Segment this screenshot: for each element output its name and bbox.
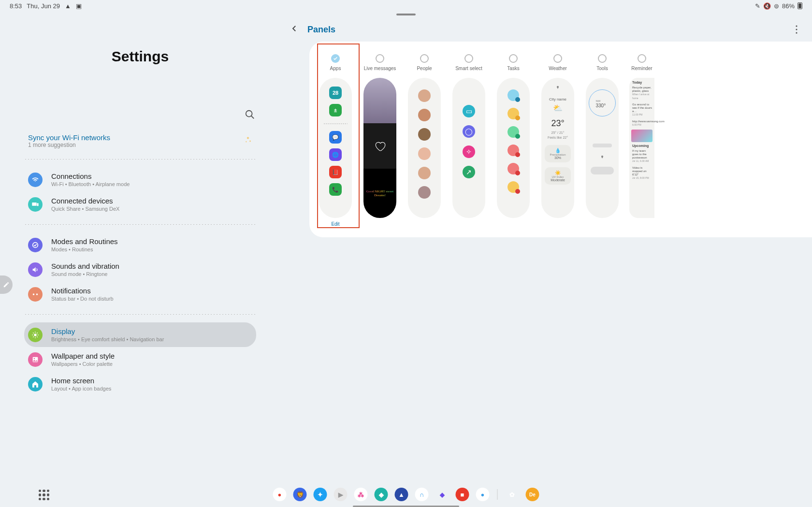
grey-bar — [593, 144, 612, 147]
people-preview — [408, 78, 441, 218]
more-button[interactable] — [791, 24, 802, 35]
settings-list: Settings Sync your Wi-Fi networks 1 more… — [24, 48, 256, 396]
warning-icon: ▲ — [65, 3, 71, 9]
separator — [24, 224, 256, 225]
panel-live-messages[interactable]: Live messages Good NIGHT sweet Dreams! — [363, 51, 396, 228]
radio-reminder[interactable] — [638, 54, 646, 63]
svg-point-7 — [34, 333, 36, 336]
drag-handle[interactable] — [396, 14, 416, 15]
chevron-left-icon — [290, 24, 299, 33]
dock-app[interactable]: ⁂ — [354, 488, 368, 501]
settings-item-display[interactable]: Display Brightness • Eye comfort shield … — [24, 322, 256, 347]
panels-card: Apps 28±💬🌐📕📞Edit Live messages Good NIGH… — [309, 42, 812, 237]
status-time: 8:53 — [10, 2, 22, 10]
wifi-icon: ⊚ — [774, 3, 779, 9]
task-icon — [508, 145, 519, 156]
radio-smartselect[interactable] — [464, 54, 473, 63]
settings-item-wallpaper-and-style[interactable]: Wallpaper and style Wallpapers • Color p… — [24, 347, 256, 372]
reminder-item: Video is stopped on 6'12"Jul 15, 8:00 PM — [632, 166, 652, 180]
radio-livemsg[interactable] — [376, 54, 384, 63]
dock-app[interactable]: ● — [273, 488, 287, 501]
avatar — [418, 89, 431, 102]
settings-item-connected-devices[interactable]: Connected devices Quick Share • Samsung … — [24, 192, 256, 217]
livemsg-preview: Good NIGHT sweet Dreams! — [363, 78, 396, 218]
settings-item-sub: Wi-Fi • Bluetooth • Airplane mode — [51, 181, 130, 187]
panel-weather[interactable]: Weather City name ⛅ 23° 25° / 21° Feels … — [541, 51, 574, 228]
dock-app[interactable]: ✿ — [506, 488, 519, 501]
settings-item-icon — [28, 287, 43, 302]
weather-sub: 25° / 21° Feels like 22° — [548, 130, 568, 140]
task-icon — [508, 181, 519, 193]
back-button[interactable] — [290, 24, 299, 35]
panel-apps[interactable]: Apps 28±💬🌐📕📞Edit — [319, 51, 352, 228]
panel-reminder[interactable]: Reminder Today Recycle paper, plastic, g… — [630, 51, 653, 228]
search-icon — [245, 109, 255, 120]
dock-app[interactable]: ✦ — [314, 488, 327, 501]
svg-line-12 — [33, 333, 33, 333]
lm-tile — [363, 78, 396, 123]
settings-item-notifications[interactable]: Notifications Status bar • Do not distur… — [24, 282, 256, 306]
radio-tasks[interactable] — [509, 54, 518, 63]
settings-item-modes-and-routines[interactable]: Modes and Routines Modes • Routines — [24, 232, 256, 257]
suggestion-title: Sync your Wi-Fi networks — [28, 133, 110, 142]
dock-app[interactable]: ▲ — [395, 488, 408, 501]
edit-link[interactable]: Edit — [331, 221, 339, 227]
radio-tools[interactable] — [598, 54, 607, 63]
dock-app[interactable]: ▶ — [334, 488, 348, 501]
dock-app[interactable]: ∩ — [415, 488, 429, 501]
edge-handle[interactable] — [0, 275, 13, 294]
settings-item-label: Wallpaper and style — [51, 352, 115, 360]
search-button[interactable] — [244, 108, 256, 121]
pin-icon — [600, 155, 604, 159]
settings-item-label: Sounds and vibration — [51, 262, 119, 270]
reminder-item: If my team goes to the postseasonJul 11,… — [632, 149, 652, 163]
panel-smart-select[interactable]: Smart select ▭◯✧↗ — [452, 51, 485, 228]
settings-item-home-screen[interactable]: Home screen Layout • App icon badges — [24, 372, 256, 396]
dock-app[interactable]: De — [526, 488, 539, 501]
avatar — [418, 109, 431, 121]
avatar — [418, 167, 431, 179]
panel-label: Live messages — [364, 66, 396, 71]
panel-tools[interactable]: Tools NW 330° — [586, 51, 619, 228]
pin-icon — [556, 86, 560, 89]
app-icon: 🌐 — [329, 148, 342, 161]
svg-line-15 — [37, 333, 37, 333]
weather-preview: City name ⛅ 23° 25° / 21° Feels like 22°… — [541, 78, 574, 218]
svg-line-13 — [37, 336, 37, 337]
dock-app[interactable]: 🦁 — [293, 488, 307, 501]
settings-item-sub: Quick Share • Samsung DeX — [51, 206, 119, 212]
settings-item-icon — [28, 352, 43, 367]
dock-app[interactable]: ■ — [456, 488, 469, 501]
svg-point-5 — [33, 293, 35, 295]
panel-people[interactable]: People — [408, 51, 441, 228]
task-icon — [508, 89, 519, 101]
settings-item-connections[interactable]: Connections Wi-Fi • Bluetooth • Airplane… — [24, 167, 256, 192]
radio-weather[interactable] — [553, 54, 562, 63]
settings-item-sounds-and-vibration[interactable]: Sounds and vibration Sound mode • Ringto… — [24, 257, 256, 282]
radio-people[interactable] — [420, 54, 429, 63]
dock-app[interactable]: ● — [476, 488, 490, 501]
panel-tasks[interactable]: Tasks — [497, 51, 530, 228]
reminder-image — [631, 130, 652, 142]
radio-apps[interactable] — [331, 54, 340, 63]
dock-app[interactable]: ◆ — [375, 488, 388, 501]
separator — [24, 159, 256, 159]
suggestion-row[interactable]: Sync your Wi-Fi networks 1 more suggesti… — [24, 130, 256, 151]
avatar — [418, 186, 431, 199]
svg-rect-3 — [37, 203, 38, 206]
app-icon: 📞 — [329, 183, 342, 196]
svg-point-19 — [796, 29, 797, 30]
dock-app[interactable]: ◆ — [435, 488, 449, 501]
settings-item-icon — [28, 197, 43, 212]
battery-icon — [798, 2, 802, 9]
smart-select-icon: ✧ — [463, 145, 475, 158]
app-drawer-button[interactable] — [39, 490, 49, 500]
panel-label: Smart select — [455, 66, 482, 71]
status-date: Thu, Jun 29 — [27, 2, 60, 10]
pencil-icon — [3, 281, 10, 288]
settings-item-icon — [28, 377, 43, 391]
reminder-item: http://www.samsung.com6:00 PM — [632, 120, 665, 127]
app-icon: 28 — [329, 87, 342, 99]
svg-point-18 — [796, 25, 797, 27]
separator — [323, 123, 348, 124]
